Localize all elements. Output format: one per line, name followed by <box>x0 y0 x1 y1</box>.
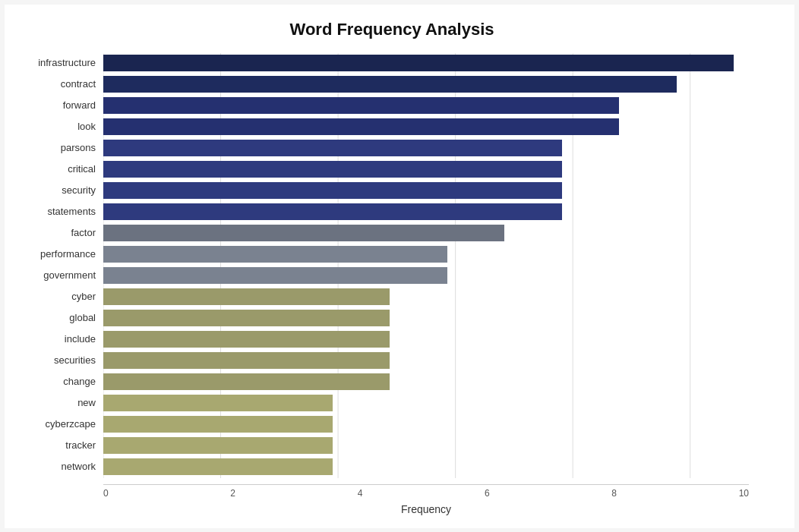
x-tick-label: 8 <box>611 488 617 499</box>
bar-row: cyber <box>103 287 734 307</box>
bar-row: network <box>103 457 734 477</box>
bar <box>103 182 562 199</box>
bar-label: look <box>20 121 103 132</box>
bar <box>103 395 333 411</box>
bar-row: parsons <box>103 138 734 158</box>
bar-row: performance <box>103 244 734 264</box>
bar <box>103 310 390 326</box>
bar-row: infrastructure <box>103 53 734 73</box>
bar <box>103 246 447 263</box>
bar-label: global <box>20 312 103 323</box>
x-ticks: 0246810 <box>103 485 749 499</box>
x-tick-label: 6 <box>485 488 490 499</box>
chart-plot-area: infrastructurecontractforwardlookparsons… <box>103 53 749 478</box>
bar-row: look <box>103 117 734 137</box>
bar-row: include <box>103 329 734 349</box>
bar-label: forward <box>20 99 103 111</box>
bar <box>103 437 333 454</box>
bar <box>103 140 562 156</box>
x-tick-label: 10 <box>739 488 749 499</box>
bar-label: cyberzcape <box>20 418 103 430</box>
bar-label: securities <box>20 354 103 366</box>
bar-row: critical <box>103 159 734 179</box>
bar-label: statements <box>20 206 103 217</box>
bar <box>103 267 447 284</box>
bar-row: security <box>103 181 734 200</box>
bar-row: new <box>103 393 734 413</box>
x-tick-label: 0 <box>103 488 109 499</box>
bar-label: security <box>20 184 103 196</box>
bar-label: performance <box>20 248 103 260</box>
bar-row: statements <box>103 202 734 222</box>
bars-area: infrastructurecontractforwardlookparsons… <box>103 53 734 478</box>
bar-row: contract <box>103 74 734 94</box>
x-tick-label: 4 <box>358 488 363 499</box>
bar-row: change <box>103 372 734 392</box>
bar-label: contract <box>20 78 103 90</box>
bar-row: government <box>103 266 734 285</box>
bar-label: factor <box>20 227 103 238</box>
bar <box>103 331 390 348</box>
bar <box>103 118 619 135</box>
bar <box>103 161 562 178</box>
bar <box>103 225 504 241</box>
bar-label: include <box>20 333 103 345</box>
x-axis-area: 0246810 Frequency <box>103 484 749 515</box>
bar-label: network <box>20 461 103 472</box>
bar <box>103 373 390 390</box>
bar-label: critical <box>20 163 103 175</box>
bar-label: tracker <box>20 439 103 451</box>
bar-row: forward <box>103 96 734 115</box>
bar <box>103 76 677 93</box>
bar-row: factor <box>103 223 734 243</box>
bar-label: cyber <box>20 291 103 302</box>
chart-title: Word Frequency Analysis <box>20 20 764 39</box>
bar-label: change <box>20 376 103 387</box>
bar-label: government <box>20 269 103 281</box>
bar <box>103 352 390 369</box>
bar-row: tracker <box>103 436 734 455</box>
bar <box>103 97 619 114</box>
bar-label: parsons <box>20 142 103 153</box>
chart-container: Word Frequency Analysis infrastructureco… <box>5 5 794 528</box>
bar-row: global <box>103 308 734 328</box>
x-tick-label: 2 <box>230 488 235 499</box>
bar <box>103 458 333 475</box>
bar <box>103 288 390 305</box>
bar <box>103 203 562 220</box>
bar <box>103 55 734 71</box>
bar-row: securities <box>103 351 734 370</box>
bar-row: cyberzcape <box>103 414 734 434</box>
bar-label: new <box>20 397 103 408</box>
x-axis-label: Frequency <box>103 503 749 515</box>
bar-label: infrastructure <box>20 57 103 68</box>
bar <box>103 416 333 433</box>
